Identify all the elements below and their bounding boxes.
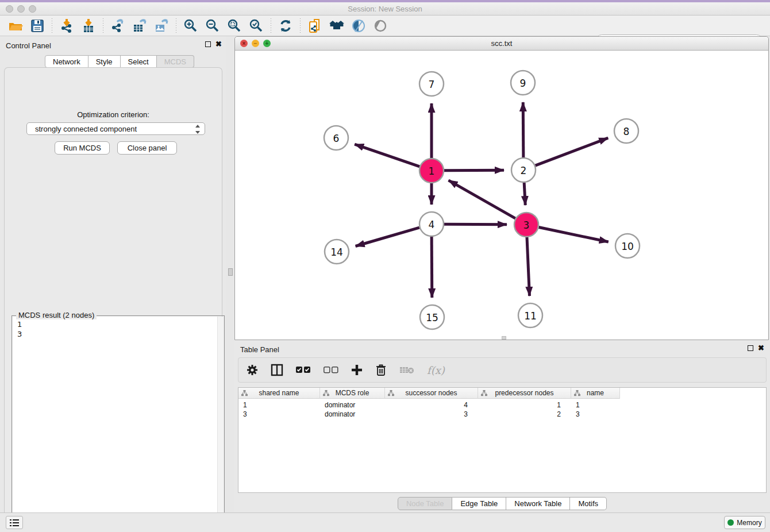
edge-1-6[interactable]: [355, 144, 419, 167]
memory-label: Memory: [737, 519, 761, 527]
status-bar: Memory: [0, 512, 770, 532]
table-row[interactable]: 3dominator323: [238, 410, 620, 419]
save-session-button[interactable]: [26, 17, 48, 34]
network-window-titlebar[interactable]: × − + scc.txt: [235, 37, 768, 51]
open-session-button[interactable]: [5, 17, 26, 34]
node-label-3: 3: [523, 219, 530, 231]
split-column-button[interactable]: [271, 364, 283, 376]
select-all-button[interactable]: [296, 367, 311, 374]
network-canvas[interactable]: 1234678910111415: [235, 51, 768, 340]
node-label-11: 11: [524, 310, 537, 322]
cell-name[interactable]: 3: [571, 410, 620, 419]
deselect-all-button[interactable]: [324, 367, 338, 374]
import-table-icon: [81, 18, 96, 33]
vertical-splitter[interactable]: [226, 36, 234, 512]
home-button[interactable]: [326, 17, 348, 34]
export-image-button[interactable]: [151, 17, 172, 34]
edge-3-1[interactable]: [449, 180, 515, 218]
close-table-panel-icon[interactable]: ✖: [758, 345, 764, 351]
zoom-selected-button[interactable]: [245, 17, 267, 34]
tab-mcds[interactable]: MCDS: [157, 55, 194, 68]
run-mcds-button[interactable]: Run MCDS: [55, 141, 110, 155]
gear-button[interactable]: [247, 364, 258, 376]
cell-mcds-role[interactable]: dominator: [320, 400, 385, 410]
toolbar-separator: [103, 18, 103, 33]
edge-3-11[interactable]: [527, 237, 530, 296]
hide-details-icon: [351, 18, 366, 33]
tab-network[interactable]: Network: [45, 55, 88, 68]
tab-network-table[interactable]: Network Table: [506, 497, 570, 510]
mcds-result-list[interactable]: 13: [13, 317, 224, 531]
column-header-predecessor-nodes[interactable]: predecessor nodes: [478, 388, 571, 399]
node-label-14: 14: [330, 246, 343, 258]
task-history-button[interactable]: [6, 516, 23, 529]
network-window-title: scc.txt: [235, 39, 768, 48]
edge-4-15[interactable]: [432, 237, 432, 298]
import-table-button[interactable]: [78, 17, 99, 34]
dropdown-stepper-icon: [195, 125, 201, 134]
hierarchy-icon: [323, 390, 329, 396]
node-label-2: 2: [521, 165, 527, 176]
float-table-panel-icon[interactable]: [748, 345, 753, 351]
zoom-fit-button[interactable]: [224, 17, 245, 34]
hierarchy-icon: [481, 390, 487, 396]
column-header-successor-nodes[interactable]: successor nodes: [385, 388, 478, 399]
column-header-mcds-role[interactable]: MCDS role: [320, 388, 385, 399]
edge-4-14[interactable]: [356, 228, 419, 246]
table-row[interactable]: 1dominator411: [238, 400, 620, 410]
criterion-dropdown[interactable]: strongly connected component: [26, 122, 205, 135]
zoom-in-button[interactable]: [180, 17, 202, 34]
edge-2-9[interactable]: [523, 102, 523, 157]
delete-table-button[interactable]: [399, 365, 414, 375]
add-column-button[interactable]: [351, 364, 363, 376]
cell-shared-name[interactable]: 3: [238, 410, 320, 419]
column-header-shared-name[interactable]: shared name: [238, 388, 320, 399]
edge-4-3[interactable]: [444, 224, 507, 225]
cell-successor-nodes[interactable]: 3: [385, 410, 478, 419]
splitter-handle[interactable]: [228, 268, 233, 276]
edge-2-3[interactable]: [524, 183, 525, 205]
delete-column-button[interactable]: [375, 364, 387, 376]
cell-predecessor-nodes[interactable]: 2: [478, 410, 571, 419]
save-session-icon: [30, 18, 45, 33]
import-network-button[interactable]: [56, 17, 78, 34]
node-label-9: 9: [520, 78, 526, 89]
optimization-label: Optimization criterion:: [5, 110, 222, 119]
refresh-layout-button[interactable]: [275, 17, 297, 34]
eye-button[interactable]: [369, 17, 391, 34]
export-table-button[interactable]: [129, 17, 151, 34]
float-panel-icon[interactable]: [205, 41, 211, 47]
close-panel-icon[interactable]: ✖: [215, 41, 222, 47]
node-label-10: 10: [621, 241, 634, 252]
result-scrollbar[interactable]: [217, 317, 224, 531]
function-button[interactable]: f(x): [427, 364, 445, 376]
new-network-button[interactable]: [304, 17, 326, 34]
tab-motifs[interactable]: Motifs: [570, 497, 607, 510]
tab-select[interactable]: Select: [121, 55, 157, 68]
tab-edge-table[interactable]: Edge Table: [452, 497, 506, 510]
edge-1-2[interactable]: [444, 170, 504, 171]
select-all-icon: [296, 367, 311, 374]
memory-button[interactable]: Memory: [724, 516, 765, 529]
edge-3-10[interactable]: [539, 228, 609, 242]
tab-style[interactable]: Style: [88, 55, 121, 68]
column-label: MCDS role: [336, 389, 369, 397]
close-panel-button[interactable]: Close panel: [117, 141, 177, 155]
hide-details-button[interactable]: [348, 17, 369, 34]
cell-shared-name[interactable]: 1: [238, 400, 320, 410]
column-header-name[interactable]: name: [571, 388, 620, 399]
node-label-6: 6: [333, 133, 340, 144]
cell-name[interactable]: 1: [571, 400, 620, 410]
canvas-resize-handle[interactable]: [502, 336, 506, 340]
edge-2-8[interactable]: [536, 138, 609, 165]
node-table[interactable]: shared name MCDS role successor nodes pr…: [238, 387, 767, 493]
cell-predecessor-nodes[interactable]: 1: [478, 400, 571, 410]
zoom-in-icon: [183, 18, 198, 33]
new-network-icon: [307, 18, 322, 33]
toolbar-separator: [300, 18, 301, 33]
cell-successor-nodes[interactable]: 4: [385, 400, 478, 410]
cell-mcds-role[interactable]: dominator: [320, 410, 385, 419]
zoom-out-button[interactable]: [202, 17, 224, 34]
tab-node-table[interactable]: Node Table: [398, 497, 453, 510]
export-network-button[interactable]: [107, 17, 129, 34]
